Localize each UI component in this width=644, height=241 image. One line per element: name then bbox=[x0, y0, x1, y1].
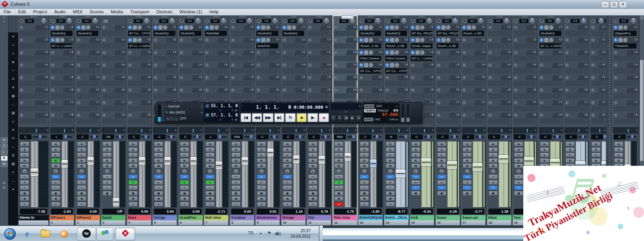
input-gain-value[interactable]: 0.0 bbox=[185, 19, 194, 23]
pan-cap[interactable] bbox=[530, 135, 533, 139]
insert-slot-header[interactable]: ⊙i 6 bbox=[307, 88, 331, 93]
insert-power-icon[interactable]: ⊙ bbox=[179, 76, 183, 80]
channel-name[interactable]: Strings bbox=[281, 215, 306, 220]
insert-slot-header[interactable]: ⊙▫ei 1 bbox=[539, 25, 563, 30]
insert-name[interactable] bbox=[488, 81, 510, 86]
phase-button[interactable]: Ø bbox=[154, 19, 158, 23]
insert-name[interactable]: Room...s SE bbox=[462, 31, 484, 36]
strip-edit-button[interactable]: e bbox=[104, 169, 110, 174]
insert-power-icon[interactable]: ⊙ bbox=[359, 76, 363, 80]
nudge-button[interactable]: |◀ bbox=[343, 115, 349, 121]
sends-state-button[interactable]: ≈ bbox=[231, 185, 241, 190]
minimize-button[interactable]: — bbox=[601, 1, 609, 8]
insert-power-icon[interactable]: ⊙ bbox=[51, 113, 55, 117]
insert-power-icon[interactable]: ⊙ bbox=[19, 38, 23, 42]
insert-slot-header[interactable]: ⊙i 8 bbox=[76, 113, 100, 118]
strip-edit-button[interactable]: e bbox=[53, 169, 58, 174]
insert-slot-header[interactable]: ⊙i 6 bbox=[333, 88, 357, 93]
insert-power-icon[interactable]: ⊙ bbox=[154, 88, 158, 92]
strip-m-button[interactable]: m bbox=[411, 142, 420, 146]
output-routing-row[interactable] bbox=[564, 127, 589, 133]
strip-m-button[interactable]: m bbox=[565, 142, 575, 146]
play-button[interactable]: ▶ bbox=[307, 113, 318, 122]
strip-l-button[interactable]: L bbox=[20, 152, 29, 157]
fader-track[interactable] bbox=[370, 141, 376, 207]
insert-name[interactable]: BT Co... CP2S bbox=[385, 68, 407, 74]
strip-s-button[interactable]: S bbox=[514, 147, 523, 152]
fader-value[interactable]: -7.85 bbox=[20, 209, 47, 214]
fader-cap[interactable] bbox=[113, 197, 119, 206]
fader-value[interactable]: 0.00 bbox=[154, 209, 176, 214]
insert-name[interactable] bbox=[462, 81, 484, 86]
insert-edit-icon[interactable]: e bbox=[138, 25, 142, 30]
output-routing-row[interactable] bbox=[127, 127, 151, 133]
insert-edit-icon[interactable]: e bbox=[60, 25, 64, 30]
insert-slot-header[interactable]: ⊙▫ei 1 bbox=[256, 25, 280, 30]
insert-slot-header[interactable]: ⊙▫ei 4 bbox=[358, 63, 383, 68]
insert-power-icon[interactable]: ⊙ bbox=[256, 25, 260, 30]
edit-instrument-button[interactable]: ▦ bbox=[20, 191, 29, 196]
insert-name[interactable] bbox=[462, 68, 484, 74]
insert-slot-header[interactable]: ⊙i 5 bbox=[564, 75, 589, 80]
strip-r-button[interactable]: R bbox=[360, 158, 369, 163]
insert-power-icon[interactable]: ⊙ bbox=[565, 25, 569, 30]
insert-power-icon[interactable]: ⊙ bbox=[591, 51, 595, 55]
pan-cap[interactable] bbox=[556, 135, 559, 139]
insert-power-icon[interactable]: ⊙ bbox=[231, 88, 235, 92]
fader-cap[interactable] bbox=[395, 169, 406, 178]
insert-power-icon[interactable]: ⊙ bbox=[591, 88, 595, 92]
insert-slot-header[interactable]: ⊙▫ei 1 bbox=[436, 25, 460, 30]
input-gain-knob[interactable] bbox=[271, 17, 279, 25]
fader-track[interactable] bbox=[31, 141, 38, 207]
insert-slot-header[interactable]: ⊙i 3 bbox=[281, 50, 306, 55]
inserts-state-button[interactable]: ⊸ bbox=[20, 174, 29, 179]
pan-slider[interactable] bbox=[450, 134, 459, 140]
fader-cap[interactable] bbox=[139, 156, 145, 165]
output-routing-row[interactable] bbox=[590, 127, 606, 133]
insert-name[interactable] bbox=[514, 93, 535, 99]
inserts-state-button[interactable]: ⊸ bbox=[334, 174, 343, 179]
insert-name[interactable] bbox=[19, 118, 47, 124]
record-enable-button[interactable]: ● bbox=[231, 202, 241, 207]
insert-name[interactable] bbox=[128, 106, 150, 111]
insert-bypass-icon[interactable]: ▫ bbox=[416, 25, 420, 30]
left-locator-icon[interactable]: L bbox=[205, 104, 209, 108]
insert-power-icon[interactable]: ⊙ bbox=[614, 88, 618, 92]
strip-w-button[interactable]: W bbox=[20, 163, 29, 168]
menu-item-scores[interactable]: Scores bbox=[86, 9, 107, 15]
insert-slot-header[interactable]: ⊙i 4 bbox=[333, 63, 357, 68]
insert-power-icon[interactable]: ⊙ bbox=[462, 113, 466, 117]
insert-edit-icon[interactable]: e bbox=[369, 38, 373, 42]
insert-power-icon[interactable]: ⊙ bbox=[514, 38, 518, 42]
monitor-button[interactable]: ◀) bbox=[257, 196, 266, 201]
record-mode-select[interactable]: Normal bbox=[168, 104, 179, 108]
strip-l-button[interactable]: L bbox=[77, 152, 86, 157]
insert-edit-icon[interactable]: e bbox=[395, 51, 399, 55]
input-gain-value[interactable]: 0.0 bbox=[56, 19, 65, 23]
strip-s-button[interactable]: S bbox=[154, 147, 163, 152]
insert-power-icon[interactable]: ⊙ bbox=[128, 101, 132, 105]
insert-edit-icon[interactable]: e bbox=[189, 25, 193, 30]
output-routing-row[interactable] bbox=[230, 127, 254, 133]
insert-name[interactable] bbox=[102, 93, 124, 99]
insert-name[interactable] bbox=[51, 106, 73, 111]
insert-power-icon[interactable]: ⊙ bbox=[102, 101, 106, 105]
pan-cap[interactable] bbox=[478, 135, 482, 139]
pan-slider[interactable] bbox=[90, 134, 99, 140]
insert-name[interactable] bbox=[514, 106, 535, 111]
insert-name[interactable] bbox=[128, 68, 150, 74]
inserts-state-button[interactable]: ⊸ bbox=[308, 174, 318, 179]
edit-instrument-button[interactable]: ▦ bbox=[102, 191, 112, 196]
input-gain-knob[interactable] bbox=[630, 17, 637, 25]
pan-slider[interactable] bbox=[604, 134, 605, 140]
insert-power-icon[interactable]: ⊙ bbox=[359, 51, 363, 55]
insert-name[interactable]: StudioEQ bbox=[540, 31, 561, 36]
eq-state-button[interactable]: ◇ bbox=[180, 180, 189, 185]
phase-button[interactable]: Ø bbox=[591, 19, 595, 23]
pan-slider[interactable] bbox=[347, 134, 356, 140]
strip-w-button[interactable]: W bbox=[257, 163, 266, 168]
strip-r-button[interactable]: R bbox=[128, 158, 138, 163]
pan-cap[interactable] bbox=[118, 135, 122, 139]
insert-name[interactable] bbox=[565, 31, 587, 36]
insert-power-icon[interactable]: ⊙ bbox=[205, 88, 209, 92]
